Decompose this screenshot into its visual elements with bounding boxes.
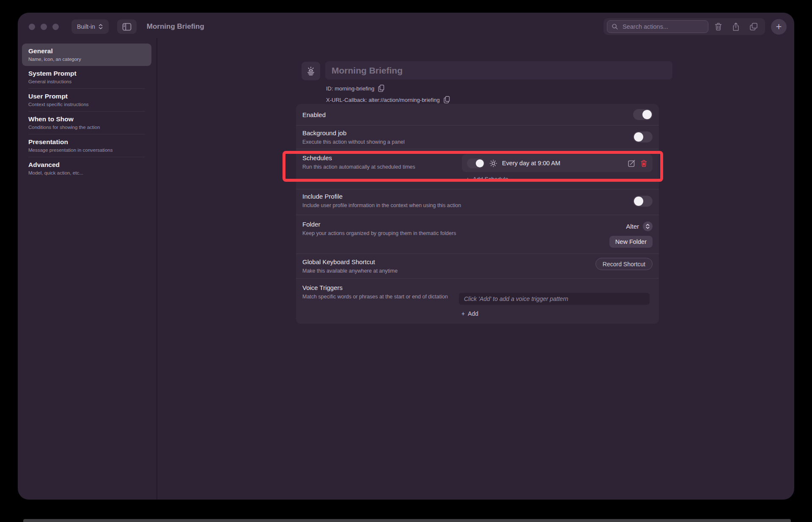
sidebar-item-title: Advanced [28,161,145,169]
background-job-label: Background job [302,129,633,137]
duplicate-icon [749,22,758,31]
toggle-knob [476,159,484,167]
folder-selected-value: Alter [626,223,639,230]
builtin-selector[interactable]: Built-in [71,19,109,34]
schedule-description: Every day at 9:00 AM [502,160,623,167]
titlebar: Built-in Morning Briefing [18,13,794,41]
copy-id-button[interactable] [378,85,384,92]
trash-icon [714,22,722,31]
sidebar-item-advanced[interactable]: Advanced Model, quick action, etc... [22,157,151,180]
close-window-button[interactable] [29,24,35,30]
enabled-label: Enabled [302,111,633,118]
folder-label: Folder [302,221,462,228]
record-shortcut-button[interactable]: Record Shortcut [595,258,653,270]
sidebar-icon [122,23,132,31]
search-field[interactable] [607,20,708,33]
minimize-window-button[interactable] [41,24,47,30]
background-job-subtitle: Execute this action without showing a pa… [302,139,633,146]
sidebar-item-when-to-show[interactable]: When to Show Conditions for showing the … [22,112,151,134]
background-job-row: Background job Execute this action witho… [296,125,659,149]
edit-schedule-button[interactable] [628,159,636,167]
toggle-knob [642,110,652,119]
include-profile-subtitle: Include user profile information in the … [302,202,633,209]
sidebar-item-subtitle: Model, quick action, etc... [28,170,145,175]
shortcut-subtitle: Make this available anywhere at anytime [302,268,595,275]
toolbar-group [604,18,765,35]
traffic-lights [29,24,59,30]
add-voice-trigger-label: Add [468,310,478,317]
duplicate-action-button[interactable] [746,20,762,33]
folder-subtitle: Keep your actions organized by grouping … [302,230,462,237]
new-folder-button[interactable]: New Folder [609,236,653,248]
shortcut-row: Global Keyboard Shortcut Make this avail… [296,254,659,278]
action-callback-text: X-URL-Callback: alter://action/morning-b… [326,97,440,103]
sidebar-item-title: Presentation [28,138,145,146]
plus-icon: + [776,22,782,32]
sidebar-item-title: General [28,47,145,55]
toolbar-right: + [604,18,787,35]
share-icon [732,22,740,31]
toggle-sidebar-button[interactable] [117,19,137,34]
app-window: Built-in Morning Briefing [18,13,794,500]
folder-select[interactable]: Alter [626,221,653,231]
delete-schedule-button[interactable] [640,159,647,167]
sun-icon [489,159,497,167]
record-shortcut-label: Record Shortcut [603,261,645,268]
sidebar-item-title: System Prompt [28,70,145,77]
action-icon-button[interactable] [302,62,320,80]
window-title: Morning Briefing [147,22,204,31]
action-id-line: ID: morning-briefing [326,85,384,92]
schedule-item: Every day at 9:00 AM [462,154,653,172]
add-voice-trigger-button[interactable]: + Add [461,310,478,317]
sidebar-item-subtitle: General instructions [28,79,145,84]
enabled-row: Enabled [296,104,659,125]
plus-icon: + [461,310,465,317]
sidebar-item-presentation[interactable]: Presentation Message presentation in con… [22,134,151,157]
sidebar-item-subtitle: Conditions for showing the action [28,125,145,130]
sidebar-item-subtitle: Context specific instructions [28,102,145,107]
schedule-toggle[interactable] [467,159,485,168]
search-icon [612,23,618,30]
zoom-window-button[interactable] [52,24,59,30]
new-folder-label: New Folder [615,238,647,245]
voice-triggers-row: Voice Triggers Match specific words or p… [296,278,659,324]
add-action-button[interactable]: + [771,19,787,35]
voice-trigger-input[interactable] [459,293,650,305]
add-schedule-button[interactable]: + Add Schedule [466,176,508,182]
add-schedule-label: Add Schedule [473,176,508,182]
sidebar-item-user-prompt[interactable]: User Prompt Context specific instruction… [22,89,151,111]
sidebar-item-title: When to Show [28,115,145,123]
schedules-row: Schedules Run this action automatically … [296,149,659,189]
sidebar-item-system-prompt[interactable]: System Prompt General instructions [22,66,151,88]
include-profile-toggle[interactable] [633,196,653,207]
sidebar-divider [156,38,157,500]
builtin-selector-label: Built-in [77,23,95,30]
include-profile-label: Include Profile [302,193,633,200]
action-id-text: ID: morning-briefing [326,85,374,92]
toggle-knob [634,132,643,142]
dock-edge [23,519,791,522]
include-profile-row: Include Profile Include user profile inf… [296,189,659,215]
toggle-knob [634,197,643,206]
share-action-button[interactable] [728,20,744,33]
shortcut-label: Global Keyboard Shortcut [302,258,595,265]
enabled-toggle[interactable] [633,109,653,120]
chevron-up-down-icon [643,221,653,231]
voice-triggers-label: Voice Triggers [302,284,459,291]
schedules-subtitle: Run this action automatically at schedul… [302,164,462,171]
action-name-input[interactable] [325,61,672,79]
search-input[interactable] [622,23,704,30]
voice-triggers-subtitle: Match specific words or phrases at the s… [302,293,459,301]
background-job-toggle[interactable] [633,131,653,142]
sidebar: General Name, icon, an category System P… [22,44,151,180]
sunrise-icon [306,66,316,76]
schedules-label: Schedules [302,154,462,161]
chevron-up-down-icon [98,24,103,30]
sidebar-item-subtitle: Name, icon, an category [28,57,145,62]
copy-callback-button[interactable] [444,96,450,104]
plus-icon: + [466,176,469,182]
delete-action-button[interactable] [710,20,726,33]
folder-row: Folder Keep your actions organized by gr… [296,215,659,254]
sidebar-item-general[interactable]: General Name, icon, an category [22,44,151,66]
settings-card: Enabled Background job Execute this acti… [296,104,659,324]
